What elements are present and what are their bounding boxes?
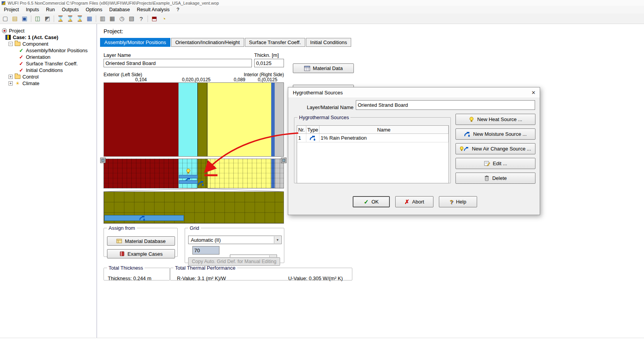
monitor-position-icon-right[interactable] [281,157,287,163]
exit-icon[interactable]: ⬒ [150,15,159,23]
dialog-titlebar[interactable]: Hygrothermal Sources [288,87,540,97]
chevron-down-icon[interactable]: ▼ [274,236,281,243]
tree-item-project[interactable]: Project [0,27,97,34]
chart-icon[interactable]: ▧ [127,15,136,23]
expand-icon[interactable]: + [8,75,13,79]
open-project-icon[interactable]: ▤ [10,15,19,23]
button-label: Edit ... [493,161,507,166]
delete-button[interactable]: Delete [455,173,535,184]
assembly-layer[interactable] [271,159,275,188]
button-label: Delete [492,175,507,181]
thickness-label: Thickn. [m] [254,52,279,58]
tree-item-label: Assembly/Monitor Positions [26,48,88,53]
toolbar: ▢▤▣◫◩⌛⌛⌛▦▥▦◷▧?⬒◔ [0,14,644,24]
layer-material-name-input[interactable] [356,100,535,110]
abort-button[interactable]: ✗ Abort [395,196,433,207]
total-thickness-group: Total Thickness Thickness: 0.244 m [104,265,170,280]
collapse-icon[interactable]: − [8,42,13,46]
status-check-icon: ✓ [19,48,24,53]
assembly-layer[interactable] [104,159,178,188]
tree-item-orientation[interactable]: ✓ Orientation [0,54,97,60]
tab-orientation-inclination-height[interactable]: Orientation/Inclination/Height [171,38,244,47]
layer-name-input[interactable] [104,59,252,67]
x-icon: ✗ [404,198,410,205]
button-label: New Moisture Source ... [473,131,527,137]
layer-material-name-label: Layer/Material Name [306,104,353,110]
help-icon[interactable]: ? [137,15,146,23]
tab-surface-transfer-coeff[interactable]: Surface Transfer Coeff. [245,38,305,47]
tree-item-initial-conditions[interactable]: ✓ Initial Conditions [0,67,97,74]
source-row[interactable]: 11% Rain Penetration [297,134,449,142]
assembly-cross-section[interactable] [104,82,284,157]
assembly-layer[interactable] [275,83,284,156]
thermal-performance-legend: Total Thermal Performance [173,265,237,271]
monitor-position-icon-left[interactable] [100,157,106,163]
status-check-icon: ✓ [19,67,24,73]
grid-mode-select[interactable]: Automatic (II) ▼ [188,236,282,244]
zoom-connector-line [207,189,284,191]
assembly-layer[interactable] [207,159,272,188]
menu-run[interactable]: Run [42,6,58,14]
cancel-calculation-icon[interactable]: ⌛ [75,15,84,23]
thickness-input[interactable] [254,59,284,67]
assembly-icon[interactable]: ◫ [33,15,42,23]
tab-assembly-monitor-positions[interactable]: Assembly/Monitor Positions [100,38,170,47]
assembly-layer[interactable] [275,159,284,188]
status-icon[interactable]: ◷ [117,15,126,23]
assembly-layer[interactable] [178,83,197,156]
clock-icon[interactable]: ◔ [160,15,168,23]
zoom-connector-line [104,189,197,191]
menu-result-analysis[interactable]: Result Analysis [133,6,173,14]
ok-button[interactable]: ✓ OK [353,196,390,207]
assembly-layer[interactable] [197,83,207,156]
save-icon[interactable]: ▣ [20,15,29,23]
material-data-button[interactable]: Material Data [293,63,354,73]
help-button[interactable]: ? Help [439,196,477,207]
assembly-layer[interactable] [271,83,275,156]
report-icon[interactable]: ▦ [85,15,94,23]
edit-button[interactable]: Edit ... [455,158,535,169]
tree-item-case[interactable]: Case: 1 (Act. Case) [0,34,97,41]
tree-item-label: Project [9,28,24,34]
numerical-grid-strip[interactable] [104,159,284,188]
tree-item-component[interactable]: − Component [0,41,97,47]
grid-zoom-view[interactable] [104,191,284,224]
menu-help[interactable]: ? [173,6,183,14]
monitor-positions-icon[interactable]: ◩ [43,15,52,23]
new-heat-source-button[interactable]: New Heat Source ... [455,114,535,125]
column-header-type[interactable]: Type [306,126,319,133]
run-calculation-icon[interactable]: ⌛ [56,15,65,23]
assembly-layer[interactable] [104,83,178,156]
run-with-results-icon[interactable]: ⌛ [66,15,75,23]
column-header-nr[interactable]: Nr. [297,126,306,133]
source-name: 1% Rain Penetration [319,134,449,142]
thermal-performance-group: Total Thermal Performance R-Value: 3.1 (… [170,265,352,280]
material-database-button[interactable]: Material Database [107,236,175,246]
example-cases-button[interactable]: Example Cases [107,249,175,258]
close-icon[interactable]: ✕ [527,87,540,97]
tree-item-climate[interactable]: + ☀ Climate [0,80,97,87]
film-icon[interactable]: ▥ [98,15,107,23]
expand-icon[interactable]: + [8,81,13,85]
assign-from-legend: Assign from [107,225,137,231]
menu-outputs[interactable]: Outputs [58,6,82,14]
tab-initial-conditions[interactable]: Initial Conditions [306,38,351,47]
menu-project[interactable]: Project [0,6,22,14]
sources-table-header: Nr. Type Name [297,126,449,134]
button-label: OK [371,199,379,205]
tree-item-surface-transfer-coeff[interactable]: ✓ Surface Transfer Coeff. [0,60,97,67]
menu-options[interactable]: Options [82,6,106,14]
result-table-icon[interactable]: ▦ [108,15,117,23]
new-project-icon[interactable]: ▢ [1,15,10,23]
tree-item-control[interactable]: + Control [0,74,97,80]
assembly-layer[interactable] [207,83,272,156]
column-header-name[interactable]: Name [319,126,449,133]
copy-grid-def-button[interactable]: Copy Auto. Grid Def. for Manual Editing [188,257,280,266]
project-icon [2,28,7,33]
grid-cells-input[interactable] [192,246,219,255]
new-air-change-source-button[interactable]: New Air Change Source ... [455,143,535,154]
menu-database[interactable]: Database [106,6,134,14]
menu-inputs[interactable]: Inputs [22,6,42,14]
new-moisture-source-button[interactable]: New Moisture Source ... [455,128,535,140]
tree-item-assembly-monitor-positions[interactable]: ✓ Assembly/Monitor Positions [0,47,97,54]
